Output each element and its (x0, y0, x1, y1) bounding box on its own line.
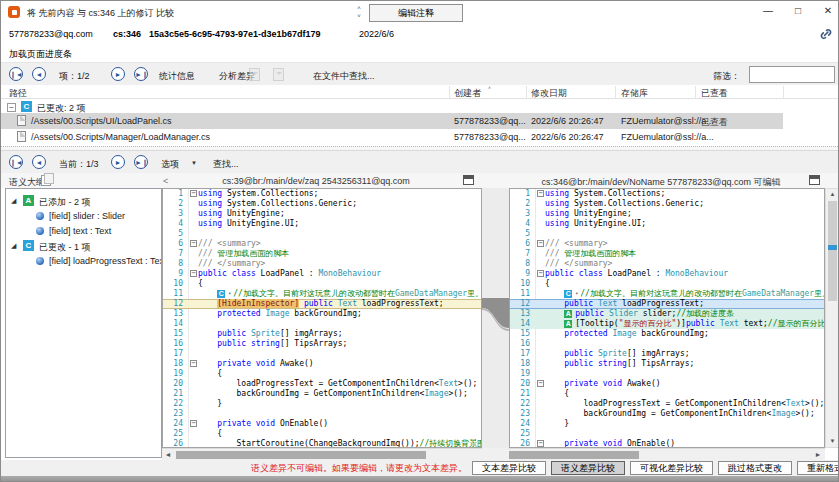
added-badge[interactable]: A (564, 320, 572, 328)
right-code-panel[interactable]: 1−using System.Collections;2using System… (509, 188, 825, 448)
right-panel-window-icon[interactable] (809, 175, 820, 185)
semantic-diff-button[interactable]: 语义差异比较 (551, 461, 625, 475)
code-line[interactable]: 26− private void OnEnable() (510, 439, 824, 448)
code-line[interactable]: 5 (510, 229, 824, 239)
horizontal-scroll-thumb[interactable] (176, 451, 426, 459)
left-code-panel[interactable]: 1−using System.Collections;2using System… (162, 188, 482, 448)
code-line[interactable]: 18 public string[] TipsArrays; (510, 359, 824, 369)
code-line[interactable]: 16 public string[] TipsArrays; (163, 339, 481, 349)
fold-marker-icon[interactable]: − (190, 270, 197, 277)
stats-button[interactable]: 统计信息 (159, 70, 195, 83)
code-line[interactable]: 14 (163, 319, 481, 329)
code-line[interactable]: 21 backGroundImg = GetComponentInChildre… (163, 389, 481, 399)
code-line[interactable]: 16 (510, 339, 824, 349)
fold-marker-icon[interactable]: − (537, 440, 544, 447)
code-line[interactable]: 2using System.Collections.Generic; (163, 199, 481, 209)
code-line[interactable]: 2using System.Collections.Generic; (510, 199, 824, 209)
code-line[interactable]: 4using UnityEngine.UI; (163, 219, 481, 229)
code-line[interactable]: 10{ (163, 279, 481, 289)
file-group-row[interactable]: − C 已更改: 2 项 (1, 99, 783, 113)
code-line[interactable]: 14 A[Tooltip("显示的百分比")]public Text text;… (510, 319, 824, 329)
code-line[interactable]: 25 (510, 429, 824, 439)
export-patch-icon[interactable] (249, 68, 260, 81)
code-line[interactable]: 7/// 管理加载画面的脚本 (510, 249, 824, 259)
next-diff-button[interactable]: ► (111, 155, 125, 169)
fold-marker-icon[interactable]: − (190, 240, 197, 247)
fold-marker-icon[interactable]: − (190, 190, 197, 197)
changeset-spinner[interactable]: ˄˅ (353, 4, 365, 21)
code-line[interactable]: 24− private void OnEnable() (163, 419, 481, 429)
left-panel-window-icon[interactable] (463, 175, 474, 185)
code-line[interactable]: 26 StartCoroutine(ChangeBackgroundImg())… (163, 439, 481, 448)
reformat-button[interactable]: 重新格式化 (797, 461, 839, 475)
badge-dropdown-icon[interactable]: ▾ (228, 289, 231, 298)
find-button[interactable]: 查找... (213, 158, 239, 171)
code-line[interactable]: 20 loadProgressText = GetComponentInChil… (163, 379, 481, 389)
code-line[interactable]: 15 protected Image backGroundImg; (510, 329, 824, 339)
filter-input[interactable] (749, 66, 835, 83)
code-line[interactable]: 6−/// <summary> (510, 239, 824, 249)
code-line[interactable]: 15 public Sprite[] imgArrays; (163, 329, 481, 339)
code-line[interactable]: 20− private void Awake() (510, 379, 824, 389)
added-badge[interactable]: A (564, 310, 572, 318)
changed-badge[interactable]: C (564, 290, 572, 298)
minimize-button[interactable]: — (761, 4, 775, 18)
outline-field-row[interactable]: [field] text : Text (6, 223, 161, 238)
code-line[interactable]: 8/// </summary> (163, 259, 481, 269)
code-line[interactable]: 3using UnityEngine; (510, 209, 824, 219)
code-line[interactable]: 7/// 管理加载画面的脚本 (163, 249, 481, 259)
group-expander-icon[interactable]: − (7, 103, 16, 112)
copy-outline-icon[interactable] (41, 175, 51, 186)
fold-marker-icon[interactable]: − (537, 240, 544, 247)
code-line[interactable]: 18− private void Awake() (163, 359, 481, 369)
code-line[interactable]: 9−public class LoadPanel : MonoBehaviour (510, 269, 824, 279)
fold-marker-icon[interactable]: − (190, 360, 197, 367)
outline-group-row[interactable]: ◢C已更改 - 1 项 (6, 238, 161, 253)
code-line[interactable]: 11 C▾//加载文字。目前对这玩意儿的改动都暂时在GameDataManage… (163, 289, 481, 299)
badge-dropdown-icon[interactable]: ▾ (575, 289, 578, 298)
code-line[interactable]: 10{ (510, 279, 824, 289)
code-line[interactable]: 19 (510, 369, 824, 379)
tree-expanded-icon[interactable]: ◢ (11, 242, 16, 250)
code-line[interactable]: 17 public Sprite[] imgArrays; (510, 349, 824, 359)
outline-group-row[interactable]: ◢A已添加 - 2 项 (6, 193, 161, 208)
tree-expanded-icon[interactable]: ◢ (11, 197, 16, 205)
code-line[interactable]: 13 Apublic Slider slider;//加载的进度条 (510, 309, 824, 319)
code-line[interactable]: 17 (163, 349, 481, 359)
code-line[interactable]: 23 (163, 409, 481, 419)
vertical-scroll-thumb[interactable] (828, 201, 837, 301)
skip-format-button[interactable]: 跳过格式更改 (718, 461, 792, 475)
options-button[interactable]: 选项 (161, 158, 179, 171)
code-line[interactable]: 1−using System.Collections; (510, 189, 824, 199)
outline-field-row[interactable]: [field] loadProgressText : Text (6, 253, 161, 268)
right-vertical-scrollbar[interactable]: ▲ ▼ (825, 188, 839, 448)
fold-marker-icon[interactable]: − (537, 190, 544, 197)
fold-marker-icon[interactable]: − (537, 380, 544, 387)
scroll-left-icon[interactable]: ◄ (162, 449, 174, 460)
code-line[interactable]: 23 backGroundImg = GetComponentInChildre… (510, 409, 824, 419)
file-row[interactable]: /Assets/00.Scripts/Manager/LoadManager.c… (1, 129, 783, 145)
edit-comment-button[interactable]: 编辑注释 (369, 4, 463, 22)
code-line[interactable]: 13 protected Image backGroundImg; (163, 309, 481, 319)
code-line[interactable]: 12 public Text loadProgressText; (510, 299, 824, 309)
code-line[interactable]: 1−using System.Collections; (163, 189, 481, 199)
code-line[interactable]: 25 { (163, 429, 481, 439)
first-item-button[interactable]: ❙◄ (9, 67, 23, 81)
code-line[interactable]: 22 loadProgressText = GetComponentInChil… (510, 399, 824, 409)
code-line[interactable]: 5 (163, 229, 481, 239)
options-arrow-icon[interactable]: ▼ (191, 160, 197, 166)
text-diff-button[interactable]: 文本差异比较 (472, 461, 546, 475)
code-line[interactable]: 11 C▾//加载文字。目前对这玩意儿的改动都暂时在GameDataManage… (510, 289, 824, 299)
code-line[interactable]: 6−/// <summary> (163, 239, 481, 249)
code-line[interactable]: 3using UnityEngine; (163, 209, 481, 219)
prev-item-button[interactable]: ◄ (32, 67, 46, 81)
first-diff-button[interactable]: ❙◄ (9, 155, 23, 169)
maximize-button[interactable]: □ (791, 4, 805, 18)
last-item-button[interactable]: ►❙ (134, 67, 148, 81)
code-line[interactable]: 4using UnityEngine.UI; (510, 219, 824, 229)
scroll-up-icon[interactable]: ▲ (826, 189, 839, 200)
code-line[interactable]: 8/// </summary> (510, 259, 824, 269)
code-line[interactable]: 24 } (510, 419, 824, 429)
code-line[interactable]: 22 } (163, 399, 481, 409)
code-line[interactable]: 9−public class LoadPanel : MonoBehaviour (163, 269, 481, 279)
